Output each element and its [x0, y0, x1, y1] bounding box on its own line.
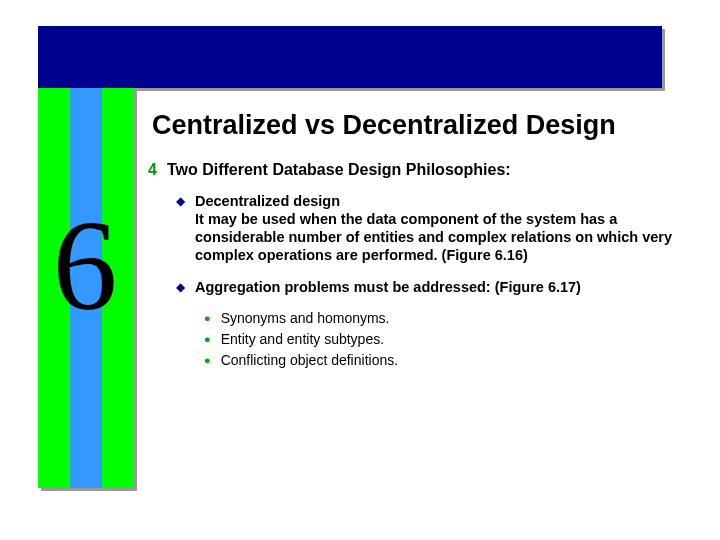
title-bar — [38, 26, 662, 88]
bullet-icon-level2: ◆ — [176, 278, 185, 296]
bullet-level2: ◆ Aggregation problems must be addressed… — [176, 278, 700, 296]
side-stripes — [38, 88, 134, 488]
bullet-level2: ◆ Decentralized design It may be used wh… — [176, 192, 700, 264]
bullet-level3: ● Synonyms and homonyms. — [204, 310, 700, 327]
slide-content: 4 Two Different Database Design Philosop… — [148, 160, 700, 373]
point1-body: It may be used when the data component o… — [195, 210, 700, 264]
point2-head: Aggregation problems must be addressed: … — [195, 278, 581, 296]
bullet-icon-level1: 4 — [148, 160, 157, 180]
bullet-level3: ● Conflicting object definitions. — [204, 352, 700, 369]
stripe-blue — [70, 88, 102, 488]
point1-text: Decentralized design It may be used when… — [195, 192, 700, 264]
sub-a: Synonyms and homonyms. — [221, 310, 390, 327]
bullet-icon-level3: ● — [204, 352, 211, 369]
bullet-icon-level2: ◆ — [176, 192, 185, 210]
heading-text: Two Different Database Design Philosophi… — [167, 160, 511, 180]
stripe-green-left — [38, 88, 70, 488]
bullet-icon-level3: ● — [204, 310, 211, 327]
slide-title: Centralized vs Decentralized Design — [152, 110, 692, 141]
bullet-icon-level3: ● — [204, 331, 211, 348]
sub-b: Entity and entity subtypes. — [221, 331, 384, 348]
stripe-green-right — [102, 88, 134, 488]
sub-c: Conflicting object definitions. — [221, 352, 398, 369]
bullet-level3: ● Entity and entity subtypes. — [204, 331, 700, 348]
point1-head: Decentralized design — [195, 193, 340, 209]
bullet-level1: 4 Two Different Database Design Philosop… — [148, 160, 700, 180]
